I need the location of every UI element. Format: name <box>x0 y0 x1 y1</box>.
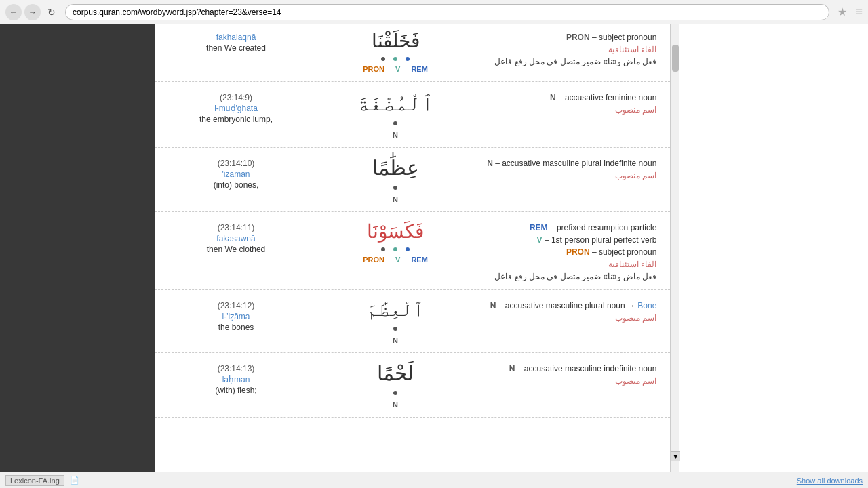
dot-n-9 <box>393 121 397 125</box>
left-col-top: fakhalaqnā then We created <box>168 30 304 53</box>
pos-rem-top: REM <box>411 65 427 73</box>
pos-labels-12: N <box>393 336 398 344</box>
row-10: (23:14:10) 'izāman (into) bones, عِظَٰمً… <box>155 148 670 212</box>
gram-n-10: N <box>487 159 493 168</box>
grammar-en-9: N – accusative feminine noun <box>550 93 656 102</box>
gram-n-9: N <box>550 93 556 102</box>
arabic-13: لَحْمًا <box>377 361 414 386</box>
row-12: (23:14:12) l-'iẓāma the bones ٱلْعِظَٰمَ… <box>155 290 670 353</box>
pos-labels-top: PRON V REM <box>363 65 428 73</box>
pos-rem-11: REM <box>411 256 427 264</box>
verse-ref-13: (23:14:13) <box>218 364 255 373</box>
pos-labels-10: N <box>393 195 398 203</box>
scrollbar-thumb[interactable] <box>672 45 679 72</box>
pos-labels-11: PRON V REM <box>363 256 428 264</box>
gram-pron-label-11: PRON <box>566 247 590 257</box>
translit-fakhalaqna[interactable]: fakhalaqnā <box>216 33 256 42</box>
main-layout: fakhalaqnā then We created فَخَلَقْنَا P… <box>0 24 868 472</box>
row-13: (23:14:13) laḥman (with) flesh; لَحْمًا … <box>155 353 670 418</box>
center-col-top: فَخَلَقْنَا PRON V REM <box>311 30 480 73</box>
grammar-rem-11: REM – prefixed resumption particle <box>530 223 656 232</box>
dot-rem-11 <box>406 247 410 251</box>
grammar-ar1-top: الفاء استئنافية <box>608 45 656 54</box>
grammar-v-11: V – 1st person plural perfect verb <box>537 235 657 245</box>
bookmark-icon[interactable]: ★ <box>837 5 847 18</box>
dot-pron-11 <box>381 247 385 251</box>
file-icon: 📄 <box>70 476 79 485</box>
right-col-12: N – accusative masculine plural noun → B… <box>487 298 656 323</box>
center-col-12: ٱلْعِظَٰمَ N <box>311 298 480 344</box>
pos-n-13: N <box>393 401 398 409</box>
translation-10: (into) bones, <box>214 180 259 190</box>
center-col-13: لَحْمًا N <box>311 361 480 409</box>
grammar-pron-top: PRON – subject pronoun <box>566 33 656 42</box>
pos-labels-9: N <box>393 131 398 139</box>
pos-n-12: N <box>393 336 398 344</box>
translit-13[interactable]: laḥman <box>222 375 250 384</box>
arabic-11: فَكَسَوْنَا <box>367 220 424 243</box>
gram-rem-label: REM <box>530 223 548 232</box>
arabic-fakhalaqna: فَخَلَقْنَا <box>372 30 420 53</box>
verse-ref-9: (23:14:9) <box>220 93 252 102</box>
pos-n-10: N <box>393 195 398 203</box>
arabic-9: ٱلْمُضْغَةَ <box>357 90 434 116</box>
nav-buttons: ← → ↻ <box>5 4 60 20</box>
translation-9: the embryonic lump, <box>199 115 273 124</box>
file-label: Lexicon-FA.ing <box>5 475 64 486</box>
left-col-13: (23:14:13) laḥman (with) flesh; <box>168 361 304 395</box>
grammar-en-12: N – accusative masculine plural noun → B… <box>490 301 656 310</box>
pos-n-9: N <box>393 131 398 139</box>
gram-n-13: N <box>509 364 515 373</box>
translit-10[interactable]: 'izāman <box>222 169 250 179</box>
gram-n-12: N <box>490 301 496 310</box>
grammar-ar1-11: الفاء استئنافية <box>608 260 656 269</box>
left-col-11: (23:14:11) fakasawnā then We clothed <box>168 220 304 254</box>
verse-ref-10: (23:14:10) <box>218 159 255 168</box>
dot-pron <box>381 57 385 61</box>
grammar-ar-9: اسم منصوب <box>615 105 656 115</box>
right-col-13: N – accusative masculine indefinite noun… <box>487 361 656 386</box>
bottom-bar: Lexicon-FA.ing 📄 Show all downloads <box>0 472 868 488</box>
pos-pron-top: PRON <box>363 65 384 73</box>
dot-v-11 <box>393 247 397 251</box>
gram-v-label: V <box>537 235 542 245</box>
refresh-button[interactable]: ↻ <box>43 4 60 20</box>
grammar-ar-12: اسم منصوب <box>615 313 656 323</box>
center-col-10: عِظَٰمًا N <box>311 156 480 203</box>
pos-v-11: V <box>395 256 400 264</box>
translit-9[interactable]: l-muḍ'ghata <box>214 104 258 113</box>
dot-n-10 <box>393 186 397 190</box>
back-button[interactable]: ← <box>5 4 22 20</box>
bottom-left: Lexicon-FA.ing 📄 <box>5 475 79 486</box>
center-col-11: فَكَسَوْنَا PRON V REM <box>311 220 480 264</box>
bottom-right: Show all downloads <box>797 476 863 485</box>
content-scroll-container: fakhalaqnā then We created فَخَلَقْنَا P… <box>155 24 679 472</box>
row-fakhalaqna: fakhalaqnā then We created فَخَلَقْنَا P… <box>155 24 670 82</box>
translit-11[interactable]: fakasawnā <box>216 234 255 243</box>
forward-button[interactable]: → <box>24 4 41 20</box>
grammar-ar2-11: فعل ماض و«نا» ضمير متصل في محل رفع فاعل <box>494 272 656 281</box>
bone-link[interactable]: Bone <box>637 301 656 310</box>
sidebar <box>0 24 155 472</box>
right-col-9: N – accusative feminine noun اسم منصوب <box>487 90 656 115</box>
menu-icon[interactable]: ≡ <box>855 5 863 19</box>
pos-labels-13: N <box>393 401 398 409</box>
show-downloads-link[interactable]: Show all downloads <box>797 476 863 485</box>
right-col-11: REM – prefixed resumption particle V – 1… <box>487 220 656 281</box>
dot-v <box>393 57 397 61</box>
dot-n-12 <box>393 327 397 331</box>
grammar-ar-13: اسم منصوب <box>615 376 656 386</box>
arabic-10: عِظَٰمًا <box>372 156 419 180</box>
gram-pron-label: PRON <box>566 33 590 42</box>
arabic-12: ٱلْعِظَٰمَ <box>367 298 425 321</box>
verse-ref-12: (23:14:12) <box>218 301 255 310</box>
address-bar[interactable] <box>65 4 829 20</box>
translation-12: the bones <box>218 323 254 332</box>
translit-12[interactable]: l-'iẓāma <box>222 312 250 321</box>
dot-n-13 <box>393 391 397 395</box>
right-col-10: N – accusative masculine plural indefini… <box>487 156 656 180</box>
scrollbar-down-button[interactable]: ▼ <box>671 451 680 461</box>
left-col-12: (23:14:12) l-'iẓāma the bones <box>168 298 304 332</box>
grammar-pron-11: PRON – subject pronoun <box>566 247 656 257</box>
scrollbar-track[interactable]: ▼ <box>670 24 679 472</box>
